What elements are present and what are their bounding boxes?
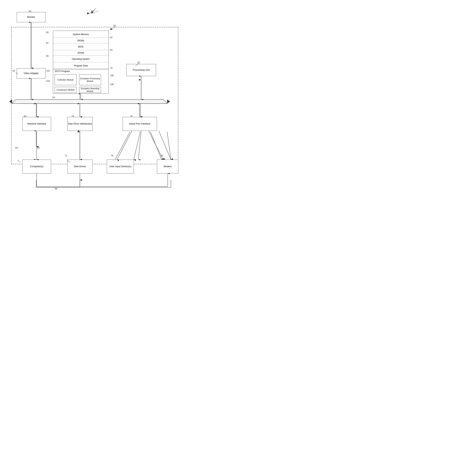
svg-marker-28 xyxy=(91,11,93,13)
label-66: 66 xyxy=(46,55,49,57)
computers-box: Computer(s) xyxy=(22,160,51,173)
network-interface-box: Network Interface xyxy=(22,117,51,131)
processing-unit-label: Processing Unit xyxy=(133,68,150,72)
ram-row: (RAM) xyxy=(53,50,108,56)
disk-drive-interface-box: Disk Drive Interface(s) xyxy=(67,117,93,131)
modem-box: Modem xyxy=(157,160,178,173)
label-52: 52 xyxy=(138,61,140,64)
label-92: 92 xyxy=(161,154,163,157)
label-86: 86 xyxy=(37,146,40,149)
program-data-label: Program Data xyxy=(74,64,88,67)
label-64: 64 xyxy=(110,49,112,51)
label-70: 70 xyxy=(110,67,112,69)
network-interface-label: Network Interface xyxy=(27,122,46,125)
ram-label: (RAM) xyxy=(78,52,84,54)
label-104: 104 xyxy=(46,80,50,82)
label-102: 102 xyxy=(46,70,50,72)
exception-processing-box: Exception Processing Module xyxy=(79,74,101,85)
label-56: 56 xyxy=(113,24,116,27)
serial-port-interface-label: Serial Port Interface xyxy=(129,122,150,125)
exception-processing-label: Exception Processing Module xyxy=(79,77,101,83)
user-input-label: User Input Device(s) xyxy=(109,165,131,168)
monitor-label: Monitor xyxy=(27,15,35,19)
monitor-box: Monitor xyxy=(17,12,45,22)
label-72: 72 xyxy=(65,154,67,157)
modem-label: Modem xyxy=(164,165,172,168)
video-adapter-label: Video Adapter xyxy=(24,72,39,75)
serial-port-interface-box: Serial Port Interface xyxy=(123,117,157,131)
label-88: 88 xyxy=(55,187,57,190)
label-54: 54 xyxy=(52,96,55,99)
system-memory-row: System Memory xyxy=(53,31,108,38)
processing-unit-box: Processing Unit xyxy=(126,64,156,76)
os-row: Operating System xyxy=(53,56,108,62)
diagram: 10 80 Monitor 56 82 Video Adapter System… xyxy=(0,0,186,196)
sgts-label: SGTS Program xyxy=(55,70,70,73)
rom-row: (ROM) xyxy=(53,38,108,43)
disk-drive-interface-label: Disk Drive Interface(s) xyxy=(68,122,92,125)
label-82: 82 xyxy=(13,70,15,72)
bios-row: BIOS xyxy=(53,43,108,50)
comparison-module-label: Comparison Module xyxy=(56,89,75,91)
label-78: 78 xyxy=(111,154,113,157)
memory-block: System Memory (ROM) BIOS (RAM) Operating… xyxy=(53,31,109,94)
label-60: 60 xyxy=(46,42,49,44)
system-memory-label: System Memory xyxy=(73,33,89,36)
label-62: 62 xyxy=(110,36,112,39)
computers-label: Computer(s) xyxy=(30,165,43,168)
comparison-module-box: Comparison Module xyxy=(55,87,76,93)
label-58: 58 xyxy=(46,31,49,34)
label-108: 108 xyxy=(110,83,114,86)
user-input-devices-box: User Input Device(s) xyxy=(107,160,134,173)
bios-label: BIOS xyxy=(78,45,84,48)
sgts-area: SGTS Program Collection Module Exception… xyxy=(53,69,108,94)
disk-drives-label: Disk Drives xyxy=(74,165,86,168)
exception-reporting-label: Exception Reporting Module xyxy=(79,87,101,93)
collection-module-label: Collection Module xyxy=(57,79,74,81)
label-84: 84 xyxy=(15,146,18,149)
os-label: Operating System xyxy=(72,58,90,60)
rom-label: (ROM) xyxy=(77,39,84,42)
label-106: 106 xyxy=(110,74,114,77)
video-adapter-box: Video Adapter xyxy=(17,68,45,79)
svg-marker-54 xyxy=(87,12,89,14)
exception-reporting-box: Exception Reporting Module xyxy=(79,87,101,93)
program-data-row: Program Data xyxy=(53,62,108,69)
disk-drives-box: Disk Drives xyxy=(67,160,93,173)
collection-module-box: Collection Module xyxy=(55,74,76,85)
